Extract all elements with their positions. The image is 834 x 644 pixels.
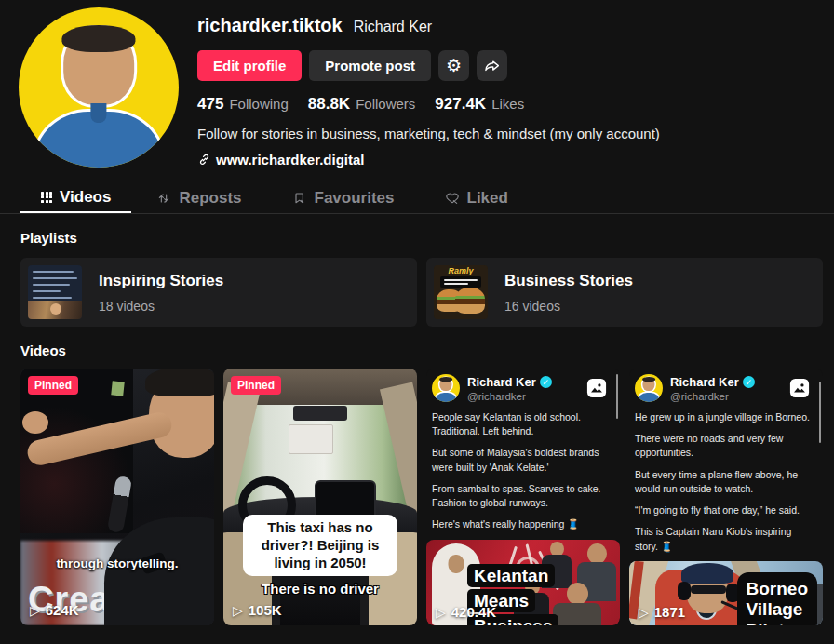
name-row: richardker.tiktok Richard Ker bbox=[197, 15, 660, 36]
share-icon bbox=[484, 58, 501, 74]
verified-badge-icon: ✓ bbox=[743, 376, 755, 388]
video-card-driverless-taxi[interactable]: This taxi has no driver?! Beijing is liv… bbox=[223, 369, 417, 625]
photo-mode-icon bbox=[789, 378, 810, 398]
avatar-collar bbox=[90, 103, 106, 123]
video-subtitle: through storytelling. bbox=[20, 557, 214, 570]
repost-icon bbox=[156, 191, 171, 206]
bookmark-icon bbox=[292, 191, 307, 206]
tab-videos[interactable]: Videos bbox=[20, 182, 131, 213]
author-name: Richard Ker bbox=[467, 375, 536, 389]
play-icon: ▷ bbox=[436, 605, 446, 620]
video-card-storytelling[interactable]: Create through storytelling. Pinned ▷ 62… bbox=[20, 369, 214, 625]
video-grid: Create through storytelling. Pinned ▷ 62… bbox=[20, 369, 834, 625]
playlist-business-stories[interactable]: Ramly Business Stories 16 videos bbox=[426, 258, 823, 327]
tab-liked[interactable]: Liked bbox=[420, 182, 533, 213]
video-card-borneo-pilot[interactable]: Richard Ker ✓ @richardker He grew up in … bbox=[629, 369, 823, 625]
heart-hidden-icon bbox=[445, 191, 460, 206]
playlists-row: Inspiring Stories 18 videos Ramly Busine… bbox=[20, 258, 834, 327]
verified-badge-icon: ✓ bbox=[540, 376, 552, 388]
view-count: ▷ 420.4K bbox=[436, 604, 496, 620]
pinned-badge: Pinned bbox=[231, 376, 281, 395]
promote-post-button[interactable]: Promote post bbox=[309, 50, 431, 81]
display-name: Richard Ker bbox=[354, 19, 432, 35]
author-handle: @richardker bbox=[467, 391, 552, 402]
playlist-inspiring-stories[interactable]: Inspiring Stories 18 videos bbox=[20, 258, 417, 327]
edit-profile-button[interactable]: Edit profile bbox=[197, 50, 302, 81]
video-card-kelantan[interactable]: Richard Ker ✓ @richardker People say Kel… bbox=[426, 369, 620, 625]
thumbnail-title: Borneo Village Pilot bbox=[737, 572, 818, 625]
link-icon bbox=[197, 153, 211, 167]
playlist-thumbnail: Ramly bbox=[434, 265, 488, 319]
video-caption-box: This taxi has no driver?! Beijing is liv… bbox=[243, 515, 397, 576]
ramly-logo-text: Ramly bbox=[448, 266, 473, 275]
video-thumbnail: Kelantan Means Business ▷ 420.4K bbox=[426, 540, 620, 625]
play-icon: ▷ bbox=[639, 605, 649, 620]
post-text: People say Kelantan is old school. Tradi… bbox=[426, 402, 620, 540]
view-count: ▷ 105K bbox=[233, 602, 282, 618]
tab-favourites[interactable]: Favourites bbox=[267, 182, 420, 213]
tab-reposts[interactable]: Reposts bbox=[131, 182, 266, 213]
video-subtitle: There is no driver bbox=[223, 581, 417, 597]
author-avatar bbox=[432, 374, 460, 402]
videos-grid-icon bbox=[41, 192, 52, 203]
view-count: ▷ 624K bbox=[30, 602, 79, 618]
author-name: Richard Ker bbox=[670, 375, 739, 389]
profile-bio: Follow for stories in business, marketin… bbox=[197, 126, 660, 141]
photo-mode-icon bbox=[586, 378, 607, 398]
profile-avatar[interactable] bbox=[19, 7, 179, 168]
avatar-hair bbox=[61, 25, 135, 52]
username: richardker.tiktok bbox=[197, 15, 343, 36]
playlists-section-title: Playlists bbox=[20, 230, 834, 246]
author-handle: @richardker bbox=[670, 391, 755, 402]
playlist-title: Inspiring Stories bbox=[99, 272, 223, 290]
play-icon: ▷ bbox=[30, 603, 40, 618]
author-avatar bbox=[635, 374, 663, 402]
card-scrollbar[interactable] bbox=[616, 374, 618, 419]
profile-tabs: Videos Reposts Favourites Liked bbox=[0, 182, 834, 214]
stat-followers[interactable]: 88.8K Followers bbox=[308, 95, 416, 114]
stat-following[interactable]: 475 Following bbox=[197, 95, 289, 114]
videos-section-title: Videos bbox=[20, 342, 834, 358]
play-icon: ▷ bbox=[233, 603, 243, 618]
video-thumbnail: Borneo Village Pilot ▷ 1871 bbox=[629, 561, 823, 625]
view-count: ▷ 1871 bbox=[639, 604, 685, 620]
website-link[interactable]: www.richardker.digital bbox=[197, 152, 660, 168]
profile-header: richardker.tiktok Richard Ker Edit profi… bbox=[0, 0, 834, 168]
playlist-thumbnail bbox=[28, 265, 82, 319]
pinned-badge: Pinned bbox=[28, 376, 78, 395]
profile-stats: 475 Following 88.8K Followers 927.4K Lik… bbox=[197, 95, 660, 114]
playlist-title: Business Stories bbox=[504, 272, 633, 290]
stat-likes[interactable]: 927.4K Likes bbox=[435, 95, 524, 114]
share-profile-button[interactable] bbox=[477, 50, 507, 81]
gear-icon: ⚙ bbox=[446, 57, 462, 74]
settings-button[interactable]: ⚙ bbox=[438, 50, 469, 81]
post-text: He grew up in a jungle village in Borneo… bbox=[629, 402, 823, 561]
playlist-count: 16 videos bbox=[504, 299, 633, 314]
card-scrollbar[interactable] bbox=[819, 382, 821, 443]
playlist-count: 18 videos bbox=[99, 299, 223, 314]
